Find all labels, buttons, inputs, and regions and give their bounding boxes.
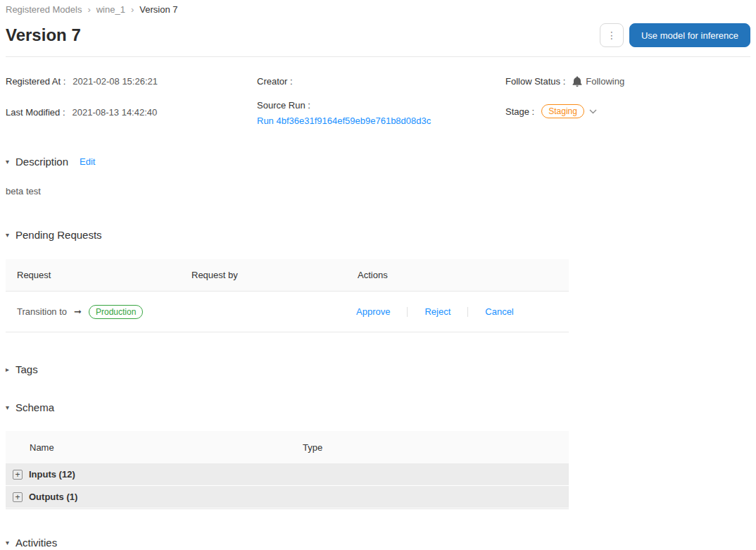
column-header-name: Name: [6, 442, 303, 453]
last-modified-field: Last Modified : 2021-08-13 14:42:40: [6, 107, 257, 118]
collapse-triangle-icon[interactable]: ▾: [6, 404, 15, 411]
schema-row-inputs[interactable]: + Inputs (12): [6, 463, 569, 486]
schema-row-outputs[interactable]: + Outputs (1): [6, 486, 569, 508]
divider: [467, 307, 468, 317]
activities-section: ▾ Activities ✓ applied a stage transitio…: [6, 537, 750, 550]
breadcrumb-registered-models[interactable]: Registered Models: [6, 4, 82, 15]
metadata-column-middle: Creator : Source Run : Run 4bf36e31f9164…: [257, 76, 505, 126]
registered-at-field: Registered At : 2021-02-08 15:26:21: [6, 76, 257, 87]
activities-title: Activities: [15, 537, 57, 549]
expand-plus-icon[interactable]: +: [13, 492, 23, 502]
request-cell: Transition to ➞ Production: [6, 305, 180, 319]
expand-triangle-icon[interactable]: ▸: [6, 365, 15, 373]
expand-plus-icon[interactable]: +: [13, 470, 23, 480]
metadata-column-left: Registered At : 2021-02-08 15:26:21 Last…: [6, 76, 257, 126]
description-section: ▾ Description Edit beta test: [6, 156, 750, 196]
plus-glyph: +: [15, 470, 20, 479]
kebab-icon: ⋮: [607, 30, 617, 41]
schema-header: ▾ Schema: [6, 401, 750, 413]
pending-requests-title: Pending Requests: [15, 229, 102, 241]
collapse-triangle-icon[interactable]: ▾: [6, 231, 15, 239]
description-title: Description: [15, 156, 68, 168]
page-header: Version 7 ⋮ Use model for inference: [6, 23, 750, 57]
schema-table-header: Name Type: [6, 431, 569, 463]
last-modified-label: Last Modified :: [6, 107, 65, 118]
description-content: beta test: [6, 186, 750, 196]
stage-dropdown[interactable]: Staging: [541, 104, 597, 118]
schema-section: ▾ Schema Name Type + Inputs (12) + Outpu…: [6, 401, 750, 509]
column-header-request: Request: [6, 270, 180, 280]
registered-at-label: Registered At :: [6, 76, 65, 87]
collapse-triangle-icon[interactable]: ▾: [6, 158, 15, 165]
page-title: Version 7: [6, 25, 81, 45]
pending-requests-table-header: Request Request by Actions: [6, 259, 569, 292]
breadcrumb-model-name[interactable]: wine_1: [96, 4, 125, 15]
plus-glyph: +: [15, 493, 20, 501]
source-run-link[interactable]: Run 4bf36e31f9164ef59eb9e761b8d08d3c: [257, 115, 505, 126]
stage-tag-staging: Staging: [541, 104, 584, 118]
breadcrumb: Registered Models › wine_1 › Version 7: [6, 4, 750, 15]
registered-at-value: 2021-02-08 15:26:21: [73, 76, 158, 87]
creator-field: Creator :: [257, 76, 505, 87]
source-run-label: Source Run :: [257, 100, 310, 111]
schema-row-label: Outputs (1): [29, 492, 77, 502]
column-header-request-by: Request by: [180, 270, 346, 280]
collapse-triangle-icon[interactable]: ▾: [6, 539, 15, 546]
description-header: ▾ Description Edit: [6, 156, 750, 168]
pending-requests-section: ▾ Pending Requests Request Request by Ac…: [6, 229, 750, 332]
follow-status-value[interactable]: Following: [572, 76, 624, 87]
overflow-menu-button[interactable]: ⋮: [600, 23, 624, 47]
metadata-column-right: Follow Status : Following Stage : Stagin…: [505, 76, 750, 126]
divider: [407, 307, 408, 317]
follow-status-label: Follow Status :: [505, 76, 565, 87]
pending-requests-header: ▾ Pending Requests: [6, 229, 750, 241]
schema-table: Name Type + Inputs (12) + Outputs (1): [6, 431, 569, 509]
table-row: Transition to ➞ Production Approve Rejec…: [6, 292, 569, 332]
pending-requests-table: Request Request by Actions Transition to…: [6, 259, 569, 332]
column-header-actions: Actions: [346, 270, 569, 280]
tags-header: ▸ Tags: [6, 363, 750, 375]
activities-header: ▾ Activities: [6, 537, 750, 549]
schema-row-label: Inputs (12): [29, 469, 75, 480]
actions-cell: Approve Reject Cancel: [346, 306, 569, 317]
reject-link[interactable]: Reject: [424, 306, 451, 317]
stage-label: Stage :: [505, 106, 534, 117]
tags-section: ▸ Tags: [6, 363, 750, 375]
follow-status-field: Follow Status : Following: [505, 76, 750, 87]
schema-title: Schema: [15, 401, 54, 413]
request-prefix: Transition to: [17, 306, 67, 317]
bell-icon: [572, 76, 582, 87]
stage-field: Stage : Staging: [505, 104, 750, 118]
breadcrumb-separator: ›: [131, 4, 134, 15]
approve-link[interactable]: Approve: [356, 306, 390, 317]
breadcrumb-version: Version 7: [139, 4, 177, 15]
chevron-down-icon: [589, 109, 597, 114]
arrow-right-icon: ➞: [74, 306, 82, 317]
last-modified-value: 2021-08-13 14:42:40: [73, 107, 158, 118]
breadcrumb-separator: ›: [87, 4, 90, 15]
tags-title: Tags: [15, 363, 38, 375]
stage-tag-production: Production: [89, 305, 143, 319]
metadata-grid: Registered At : 2021-02-08 15:26:21 Last…: [6, 76, 750, 126]
creator-label: Creator :: [257, 76, 293, 87]
use-model-for-inference-button[interactable]: Use model for inference: [629, 23, 750, 47]
model-version-page: Registered Models › wine_1 › Version 7 V…: [0, 0, 756, 550]
follow-status-text: Following: [586, 76, 624, 87]
column-header-type: Type: [303, 442, 569, 453]
header-actions: ⋮ Use model for inference: [600, 23, 750, 47]
source-run-field: Source Run : Run 4bf36e31f9164ef59eb9e76…: [257, 100, 505, 126]
edit-description-link[interactable]: Edit: [80, 156, 95, 167]
cancel-link[interactable]: Cancel: [485, 306, 513, 317]
